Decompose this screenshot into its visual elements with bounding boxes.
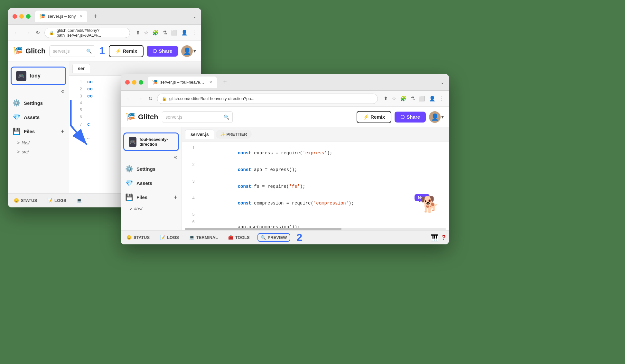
back-project-highlight: 🎮 tony [11, 67, 66, 85]
front-assets-label: Assets [136, 180, 152, 186]
front-menu-icon[interactable]: ⋮ [439, 96, 444, 102]
front-code-text-4: const compression = require('compression… [200, 196, 446, 211]
front-avatar-dropdown[interactable]: 👤 ▾ [429, 111, 444, 123]
front-sidebar-assets[interactable]: 💎 Assets [121, 176, 182, 190]
back-traffic-lights [13, 14, 31, 19]
front-share-icon[interactable]: ⬆ [384, 96, 388, 102]
back-code-text-9: ← [87, 136, 90, 141]
back-bookmark-icon[interactable]: ☆ [144, 30, 148, 36]
front-tl-red[interactable] [125, 80, 130, 85]
front-sidebar-settings[interactable]: ⚙️ Settings [121, 162, 182, 176]
front-add-file-btn[interactable]: + [173, 194, 177, 201]
front-settings-label: Settings [136, 166, 155, 172]
back-project-name[interactable]: 🎮 tony [12, 68, 65, 84]
back-tl-green[interactable] [26, 14, 31, 19]
front-sidebar-icon[interactable]: ⬜ [419, 96, 425, 102]
front-help-icon[interactable]: ? [442, 234, 446, 241]
front-preview-btn[interactable]: 🔍 PREVIEW [257, 233, 290, 242]
back-add-file-btn[interactable]: + [61, 128, 64, 135]
front-files-icon: 💾 [125, 193, 133, 201]
back-app-header: 🎏 Glitch server.js 🔍 1 ⚡ Remix ⬡ Share 👤… [8, 41, 201, 61]
back-tl-red[interactable] [13, 14, 17, 19]
back-share-icon[interactable]: ⬆ [136, 30, 140, 36]
back-sidebar-files[interactable]: 💾 Files + [8, 124, 69, 138]
back-search-box[interactable]: server.js 🔍 [49, 45, 95, 57]
back-tl-yellow[interactable] [19, 14, 24, 19]
front-sidebar-files[interactable]: 💾 Files + [121, 190, 182, 204]
back-nav-forward[interactable]: → [23, 29, 31, 37]
front-logs-btn[interactable]: 📝 LOGS [157, 234, 182, 241]
front-nav-forward[interactable]: → [136, 95, 144, 103]
back-address-actions: ⬆ ☆ 🧩 ⚗ ⬜ 👤 ⋮ [136, 30, 197, 36]
front-address-bar: ← → ↻ 🔒 glitch.com/edit/#!/foul-heavenly… [121, 91, 449, 107]
back-logs-btn[interactable]: 📝 LOGS [45, 197, 69, 204]
front-bookmark-icon[interactable]: ☆ [392, 96, 396, 102]
front-tab-close[interactable]: ✕ [209, 80, 212, 85]
front-nav-refresh[interactable]: ↻ [147, 94, 154, 103]
front-project-name[interactable]: 🎮 foul-heavenly-direction [124, 133, 178, 150]
back-sidebar-icon[interactable]: ⬜ [171, 30, 177, 36]
back-nav-refresh[interactable]: ↻ [34, 28, 41, 37]
front-search-placeholder: server.js [165, 114, 182, 120]
front-header-actions: ⚡ Remix ⬡ Share 👤 ▾ [357, 111, 444, 123]
back-share-btn[interactable]: ⬡ Share [147, 46, 178, 57]
front-file-libs-label: libs/ [134, 206, 142, 211]
front-nav-back[interactable]: ← [125, 95, 133, 103]
back-status-btn[interactable]: 😊 STATUS [11, 197, 40, 204]
front-editor-tab-serverjs[interactable]: server.js [185, 130, 214, 139]
back-terminal-btn[interactable]: 💻 [74, 197, 84, 204]
back-profile-icon[interactable]: 👤 [181, 30, 188, 36]
front-extensions-icon[interactable]: 🧩 [400, 96, 406, 102]
front-title-bar-menu[interactable]: ⌄ [440, 79, 444, 85]
back-file-src-label: src/ [22, 149, 29, 154]
front-file-libs[interactable]: > libs/ [121, 204, 182, 213]
back-menu-icon[interactable]: ⋮ [191, 30, 197, 36]
back-file-libs[interactable]: > libs/ [8, 138, 69, 147]
front-terminal-label: TERMINAL [196, 235, 218, 240]
back-line-num-3: 3 [72, 94, 82, 99]
front-project-icon: 🎮 [129, 137, 136, 147]
back-sidebar-settings[interactable]: ⚙️ Settings [8, 96, 69, 110]
back-editor-tab-serverjs[interactable]: ser [72, 64, 90, 73]
front-address-field[interactable]: 🔒 glitch.com/edit/#!/foul-heavenly-direc… [157, 94, 378, 104]
back-header-actions: ⚡ Remix ⬡ Share 👤 ▾ [109, 45, 196, 57]
back-file-src[interactable]: > src/ [8, 147, 69, 156]
front-logo-icon: 🎏 [126, 113, 135, 122]
back-new-tab-btn[interactable]: + [90, 12, 100, 21]
front-terminal-btn[interactable]: 💻 TERMINAL [187, 234, 220, 241]
back-flask-icon[interactable]: ⚗ [163, 30, 167, 36]
front-code-line-1: 1 const express = require('express'); [182, 145, 449, 161]
front-scrollbar[interactable] [185, 228, 446, 230]
back-avatar-dropdown[interactable]: 👤 ▾ [181, 45, 196, 57]
front-tl-green[interactable] [139, 80, 143, 85]
front-active-tab[interactable]: 🎏 server.js – foul-heavenly-direc ✕ [148, 77, 217, 88]
back-active-tab[interactable]: 🎏 server.js – tony ✕ [35, 11, 87, 22]
front-flask-icon[interactable]: ⚗ [410, 96, 415, 102]
front-profile-icon[interactable]: 👤 [429, 96, 435, 102]
back-nav-back[interactable]: ← [13, 29, 20, 37]
back-sidebar-assets[interactable]: 💎 Assets [8, 110, 69, 124]
back-share-label: Share [159, 48, 172, 54]
front-search-box[interactable]: server.js 🔍 [162, 111, 233, 123]
front-glitch-logo: 🎏 Glitch [126, 113, 158, 122]
back-title-bar-menu[interactable]: ⌄ [192, 13, 197, 19]
back-tab-close[interactable]: ✕ [79, 14, 83, 19]
front-tools-btn[interactable]: 🧰 TOOLS [226, 234, 252, 241]
front-collapse-btn[interactable]: « [121, 152, 182, 162]
front-new-tab-btn[interactable]: + [220, 77, 230, 87]
back-status-emoji: 😊 [14, 198, 19, 203]
back-extensions-icon[interactable]: 🧩 [152, 30, 159, 36]
front-editor-tab-prettier[interactable]: ✨ PRETTIER [216, 130, 252, 139]
front-share-btn[interactable]: ⬡ Share [395, 112, 426, 123]
back-address-field[interactable]: 🔒 glitch.com/edit/#!/tony?path=server.js… [44, 28, 130, 38]
back-remix-btn[interactable]: ⚡ Remix [109, 45, 144, 57]
front-code-line-6: 6 app.use(compression()); [182, 219, 449, 228]
front-avatar-chevron: ▾ [441, 114, 444, 120]
front-remix-btn[interactable]: ⚡ Remix [357, 111, 391, 123]
front-piano-icon[interactable]: 🎹 [431, 234, 439, 241]
front-tl-yellow[interactable] [132, 80, 136, 85]
back-line-num-9: 9 [72, 136, 82, 141]
front-num-badge-2: 2 [297, 232, 303, 243]
back-collapse-btn[interactable]: « [57, 86, 69, 96]
front-status-btn[interactable]: 😊 STATUS [124, 234, 152, 241]
